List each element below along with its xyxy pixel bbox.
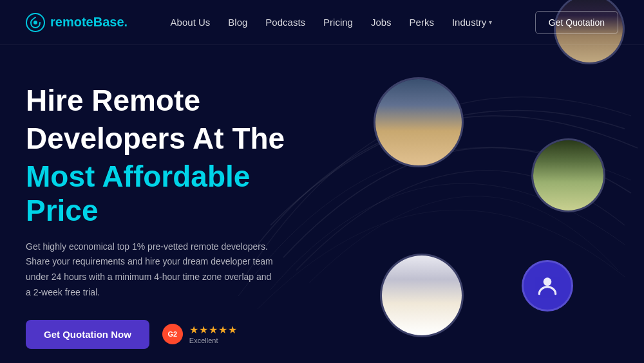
chevron-down-icon: ▾: [489, 19, 492, 26]
g2-badge: G2: [162, 324, 183, 344]
nav-perks[interactable]: Perks: [410, 17, 434, 28]
get-quotation-now-button[interactable]: Get Quotation Now: [26, 320, 149, 349]
nav-pricing[interactable]: Pricing: [323, 17, 353, 28]
person-circle-4: [380, 254, 464, 337]
avatar-circle: [522, 260, 573, 312]
logo-icon: [26, 13, 45, 32]
person-circle-3: [531, 138, 605, 212]
hero-actions: Get Quotation Now G2 ★★★★★ Excellent: [26, 320, 296, 349]
rating-caption: Excellent: [189, 337, 238, 344]
star-rating: ★★★★★: [189, 324, 238, 336]
svg-point-2: [544, 277, 552, 286]
navbar: remoteBase. About Us Blog Podcasts Prici…: [0, 0, 644, 45]
nav-jobs[interactable]: Jobs: [371, 17, 392, 28]
nav-links: About Us Blog Podcasts Pricing Jobs Perk…: [171, 17, 493, 28]
hero-title-line2: Developers At The: [26, 122, 296, 156]
nav-get-quotation-button[interactable]: Get Quotation: [535, 11, 618, 34]
nav-about[interactable]: About Us: [171, 17, 211, 28]
logo[interactable]: remoteBase.: [26, 13, 128, 32]
rating-area: G2 ★★★★★ Excellent: [162, 324, 238, 344]
user-icon: [535, 274, 560, 298]
hero-title: Hire Remote Developers At The Most Affor…: [26, 84, 296, 228]
stars-area: ★★★★★ Excellent: [189, 324, 238, 344]
nav-industry[interactable]: Industry ▾: [452, 17, 492, 28]
hero-description: Get highly economical top 1% pre-vetted …: [26, 239, 277, 301]
hero-title-line1: Hire Remote: [26, 84, 296, 118]
person-circle-2: [374, 77, 464, 167]
nav-podcasts[interactable]: Podcasts: [265, 17, 305, 28]
nav-blog[interactable]: Blog: [228, 17, 247, 28]
hero-section: Hire Remote Developers At The Most Affor…: [0, 45, 322, 349]
logo-text: remoteBase.: [50, 15, 128, 30]
hero-title-highlight: Most Affordable Price: [26, 160, 296, 228]
svg-point-1: [33, 21, 37, 24]
